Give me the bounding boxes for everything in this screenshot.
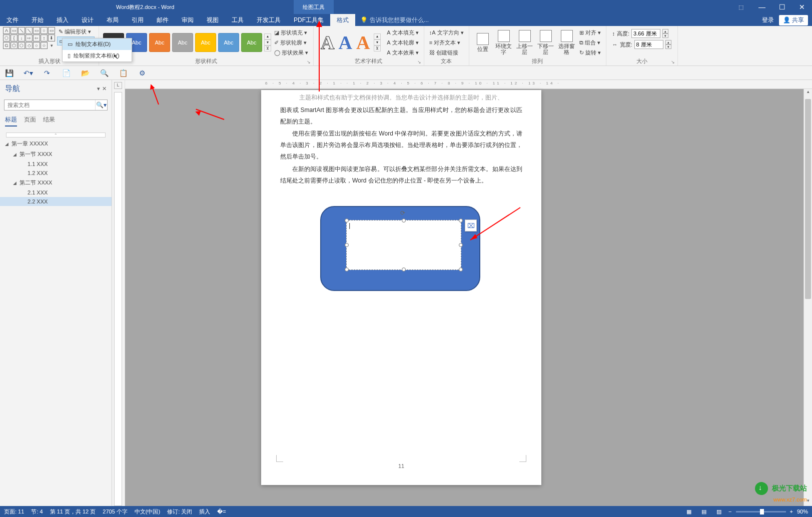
login-link[interactable]: 登录	[762, 16, 774, 24]
shape-effects-button[interactable]: ◯形状效果 ▾	[274, 48, 308, 57]
style-swatch[interactable]: Abc	[149, 33, 170, 52]
zoom-in-button[interactable]: +	[790, 508, 793, 514]
tab-design[interactable]: 设计	[75, 14, 100, 26]
tab-layout[interactable]: 布局	[100, 14, 125, 26]
selection-pane-button[interactable]: 选择窗格	[556, 27, 577, 58]
textbox-object[interactable]: ⟳ ⌧ |	[346, 220, 461, 270]
zoom-thumb[interactable]	[760, 509, 764, 514]
wordart-swatch[interactable]: A	[338, 32, 352, 54]
text-fill-button[interactable]: A文本填充 ▾	[387, 28, 418, 37]
resize-handle-w[interactable]	[345, 243, 349, 247]
create-link-button[interactable]: ⛓创建链接	[429, 48, 464, 57]
wordart-swatch[interactable]: A	[356, 32, 370, 54]
tab-home[interactable]: 开始	[25, 14, 50, 26]
text-outline-button[interactable]: A文本轮廓 ▾	[387, 38, 418, 47]
style-swatch[interactable]: Abc	[195, 33, 216, 52]
tree-item[interactable]: ◢第一章 XXXXX	[0, 138, 112, 149]
zoom-slider[interactable]	[736, 511, 786, 512]
navtab-results[interactable]: 结果	[43, 116, 55, 126]
dialog-launcher-icon[interactable]: ↘	[417, 60, 422, 64]
status-page[interactable]: 页面: 11	[4, 508, 24, 516]
view-web-layout-button[interactable]: ▨	[713, 508, 724, 515]
align-text-button[interactable]: ≡对齐文本 ▾	[429, 38, 464, 47]
tab-mailings[interactable]: 邮件	[150, 14, 175, 26]
new-button[interactable]: 📄	[61, 68, 71, 78]
vertical-scrollbar[interactable]: ▴ ▾	[803, 89, 812, 506]
height-up-button[interactable]: ▴	[662, 29, 668, 34]
navtab-headings[interactable]: 标题	[5, 116, 17, 126]
shape-outline-button[interactable]: ✐形状轮廓 ▾	[274, 38, 308, 47]
gallery-up-button[interactable]: ▴	[264, 34, 271, 40]
tab-file[interactable]: 文件	[0, 14, 25, 26]
width-input[interactable]	[634, 40, 663, 49]
tree-item[interactable]: 2.1 XXX	[0, 188, 112, 197]
edit-shape-button[interactable]: ✎编辑形状 ▾	[57, 27, 95, 36]
maximize-button[interactable]: ☐	[772, 0, 792, 14]
redo-button[interactable]: ↷	[42, 68, 52, 78]
tab-references[interactable]: 引用	[125, 14, 150, 26]
rotation-handle[interactable]: ⟳	[400, 210, 407, 216]
status-words[interactable]: 2705 个字	[103, 508, 128, 516]
style-swatch[interactable]: Abc	[172, 33, 193, 52]
gallery-more-button[interactable]: ⊻	[374, 46, 381, 52]
style-swatch[interactable]: Abc	[241, 33, 262, 52]
status-language[interactable]: 中文(中国)	[135, 508, 160, 516]
style-swatch[interactable]: Abc	[218, 33, 239, 52]
expand-icon[interactable]: ◢	[13, 180, 18, 186]
gallery-up-button[interactable]: ▴	[374, 34, 381, 40]
tab-tools[interactable]: 工具	[225, 14, 250, 26]
tab-review[interactable]: 审阅	[175, 14, 200, 26]
height-input[interactable]	[631, 29, 660, 38]
navpane-close-button[interactable]: ✕	[102, 86, 107, 92]
tree-item[interactable]: ◢第一节 XXXX	[0, 149, 112, 160]
resize-handle-n[interactable]	[402, 218, 406, 222]
tree-item[interactable]: 1.1 XXX	[0, 160, 112, 168]
menu-item-draw-textbox[interactable]: ▭绘制文本框(D)	[63, 38, 132, 50]
tree-item[interactable]: 2.2 XXX	[0, 197, 112, 206]
contextual-tab-drawing-tools[interactable]: 绘图工具	[294, 0, 334, 14]
menu-item-draw-vertical-textbox[interactable]: ▯绘制竖排文本框(V)	[63, 50, 132, 62]
navpane-search[interactable]: 🔍▾	[4, 100, 108, 110]
text-effects-button[interactable]: A文本效果 ▾	[387, 48, 418, 57]
search-input[interactable]	[5, 100, 95, 110]
gallery-more-button[interactable]: ⊻	[264, 46, 271, 52]
navpane-dropdown-icon[interactable]: ▾	[97, 86, 100, 92]
dialog-launcher-icon[interactable]: ↘	[671, 60, 676, 64]
print-preview-button[interactable]: 🔍	[99, 68, 109, 78]
tree-item[interactable]: 1.2 XXX	[0, 168, 112, 178]
tab-insert[interactable]: 插入	[50, 14, 75, 26]
text-direction-button[interactable]: ↕A文字方向 ▾	[429, 28, 464, 37]
rotate-button[interactable]: ↻旋转 ▾	[579, 48, 601, 57]
collapse-bar[interactable]: ⌃	[6, 132, 106, 138]
width-down-button[interactable]: ▾	[665, 44, 671, 49]
search-button[interactable]: 🔍▾	[95, 100, 107, 110]
navtab-pages[interactable]: 页面	[24, 116, 36, 126]
zoom-level[interactable]: 90%	[797, 508, 808, 514]
minimize-button[interactable]: —	[752, 0, 772, 14]
resize-handle-e[interactable]	[459, 243, 463, 247]
status-insert-mode[interactable]: 插入	[199, 508, 210, 516]
expand-icon[interactable]: ◢	[5, 142, 10, 146]
resize-handle-nw[interactable]	[345, 218, 349, 222]
gallery-down-button[interactable]: ▾	[374, 40, 381, 46]
status-section[interactable]: 节: 4	[31, 508, 43, 516]
zoom-out-button[interactable]: −	[728, 508, 731, 514]
view-print-layout-button[interactable]: ▤	[698, 508, 709, 515]
tree-item[interactable]: ◢第二节 XXXX	[0, 178, 112, 188]
position-button[interactable]: 位置	[472, 27, 493, 58]
tab-developer[interactable]: 开发工具	[250, 14, 287, 26]
resize-handle-ne[interactable]	[459, 218, 463, 222]
share-button[interactable]: 👤 共享	[779, 15, 808, 26]
document-page[interactable]: 主题和样式也有助于文档保持协调。当您单击设计并选择新的主题时，图片、 图表或 S…	[261, 90, 541, 485]
scroll-up-button[interactable]: ▴	[804, 89, 812, 97]
send-backward-button[interactable]: 下移一层	[535, 27, 556, 58]
save-button[interactable]: 💾	[4, 68, 14, 78]
height-down-button[interactable]: ▾	[662, 34, 668, 38]
resize-handle-se[interactable]	[459, 268, 463, 272]
align-button[interactable]: ⊞对齐 ▾	[579, 28, 601, 37]
close-button[interactable]: ✕	[792, 0, 812, 14]
paste-button[interactable]: 📋	[118, 68, 128, 78]
resize-handle-sw[interactable]	[345, 268, 349, 272]
expand-icon[interactable]: ◢	[13, 152, 18, 157]
undo-button[interactable]: ↶ ▾	[23, 68, 33, 78]
